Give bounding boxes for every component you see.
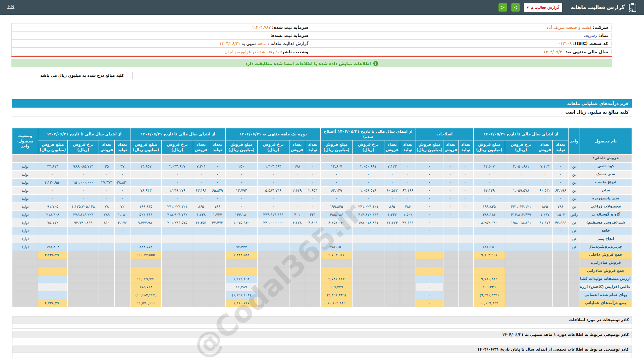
empty-cell bbox=[115, 299, 130, 307]
total-value-cell: ۱۰۹,۳۳۹ bbox=[321, 283, 352, 291]
empty-cell bbox=[289, 275, 305, 283]
empty-cell bbox=[384, 299, 400, 307]
report-period-field: گزارش فعالیت ماهانه ۱ ماهه منتهی به ۱۴۰۴… bbox=[12, 41, 312, 46]
status-cell: تولید bbox=[12, 195, 38, 203]
value-cell: ۰ bbox=[416, 227, 443, 235]
empty-cell bbox=[305, 291, 321, 299]
status-cell: تولید bbox=[12, 219, 38, 227]
empty-cell bbox=[553, 299, 569, 307]
col-header-status: وضعیت محصول-واحد bbox=[12, 128, 38, 155]
value-cell: ۰ bbox=[458, 171, 473, 179]
value-cell: ۹۱,۷۰۵ bbox=[38, 203, 67, 211]
value-cell: ۰ bbox=[443, 187, 459, 195]
language-switch-en[interactable]: EN bbox=[7, 4, 14, 9]
value-cell: ۴۶,۳۵۱ bbox=[193, 219, 209, 227]
empty-cell bbox=[115, 251, 130, 259]
total-value-cell: ۱۱,۰۲۷,۵۵۵ bbox=[130, 251, 162, 259]
registered-capital-label: سرمایه ثبت شده: bbox=[272, 25, 308, 30]
value-cell: ۰ bbox=[130, 171, 162, 179]
value-cell: ۰ bbox=[67, 227, 99, 235]
report-type-dropdown-label: گزارش فعالیت م bbox=[531, 5, 559, 10]
total-row: جمع درآمدهای عملیاتی۱۰,۱۰۹,۸۴۹۰۱۰,۱۰۹,۸۴… bbox=[12, 299, 632, 307]
value-cell: ۰ bbox=[505, 195, 537, 203]
symbol-value: زشریف bbox=[584, 33, 597, 38]
empty-cell bbox=[443, 291, 459, 299]
value-cell: ۷۸,۹۴۳ bbox=[130, 187, 162, 195]
value-cell: ۱,۵۰۲ bbox=[400, 211, 416, 219]
fiscal-year-field: سال مالی منتهی به: ۱۴۰۴/۰۹/۳۰ bbox=[312, 49, 612, 54]
form-title: فرم درآمدهای عملیاتی ماهانه bbox=[12, 99, 632, 108]
value-cell: ۰ bbox=[289, 243, 305, 251]
empty-cell bbox=[400, 267, 416, 275]
empty-cell bbox=[257, 267, 289, 275]
empty-cell bbox=[569, 283, 580, 291]
empty-cell bbox=[305, 267, 321, 275]
value-cell: ۴,۶۷۸ bbox=[289, 219, 305, 227]
empty-cell bbox=[209, 299, 226, 307]
product-name-cell: انواع پنیر bbox=[580, 235, 632, 243]
prev-report-button[interactable]: < bbox=[498, 3, 507, 12]
value-cell: ۰ bbox=[553, 235, 569, 243]
empty-cell bbox=[352, 291, 384, 299]
value-cell: ۷۸۶ bbox=[553, 203, 569, 211]
value-cell: ۰ bbox=[305, 243, 321, 251]
value-cell: ۲,۶۴۹ bbox=[289, 187, 305, 195]
report-type-dropdown[interactable]: گزارش فعالیت م ▼ bbox=[524, 3, 562, 12]
empty-cell bbox=[257, 283, 289, 291]
empty-cell bbox=[226, 259, 257, 267]
empty-cell bbox=[569, 259, 580, 267]
value-cell: ۰ bbox=[226, 179, 257, 187]
total-value-cell: ۰ bbox=[416, 275, 443, 283]
value-cell: ۴,۱۲۰,۹۵۰ bbox=[38, 179, 67, 187]
value-cell: ۷,۱۲۳ bbox=[537, 163, 553, 171]
signed-info-text: اطلاعات نمایش داده شده با اطلاعات امضا ش… bbox=[245, 61, 371, 66]
value-cell: ۱,۵۰۲ bbox=[553, 211, 569, 219]
empty-cell bbox=[569, 299, 580, 307]
value-cell: ۰ bbox=[553, 163, 569, 171]
empty-cell bbox=[505, 283, 537, 291]
status-cell: تولید bbox=[12, 171, 38, 179]
value-cell: ۶۴,۱۴۹ bbox=[473, 187, 505, 195]
col-sub-header: تعداد فروش bbox=[99, 140, 115, 155]
empty-cell bbox=[99, 275, 115, 283]
value-cell: ۰ bbox=[257, 235, 289, 243]
product-row: انواع ماستتن۰۰۰۰۰۰۰۰۰۰۰۰۰۰۰۰۰۰۰۲۸,۸۴۰۲۷,… bbox=[12, 179, 632, 187]
symbol-label: نماد: bbox=[598, 33, 608, 38]
value-cell: ۰ bbox=[416, 179, 443, 187]
value-cell: ۰ bbox=[400, 163, 416, 171]
next-report-button[interactable]: > bbox=[511, 3, 520, 12]
value-cell: ۶۰,۵۴۲ bbox=[384, 187, 400, 195]
total-row: خالص افزایش (کاهش) ارزش منصفانه دارائیها… bbox=[12, 283, 632, 291]
col-sub-header: تعداد تولید bbox=[305, 140, 321, 155]
total-value-cell: ۰ bbox=[226, 267, 257, 275]
total-value-cell: (۹,۴۹۱,۳۳۹) bbox=[473, 291, 505, 299]
value-cell: ۰ bbox=[305, 227, 321, 235]
empty-cell bbox=[162, 275, 193, 283]
status-cell: تولید bbox=[12, 227, 38, 235]
value-cell: ۱,۶۳۸ bbox=[193, 211, 209, 219]
info-icon: i bbox=[373, 61, 378, 66]
value-cell: ۰ bbox=[162, 235, 193, 243]
value-cell: ۰ bbox=[443, 195, 459, 203]
col-sub-header: مبلغ فروش (میلیون ریال) bbox=[321, 140, 352, 155]
value-cell: ۰ bbox=[416, 211, 443, 219]
total-value-cell: ۱۰,۱۰۹,۸۴۹ bbox=[321, 299, 352, 307]
empty-cell bbox=[162, 267, 193, 275]
empty-cell bbox=[569, 275, 580, 283]
empty-cell bbox=[38, 259, 67, 267]
empty-cell bbox=[115, 275, 130, 283]
total-value-cell: ۹,۷۰۴,۹۶۷ bbox=[321, 251, 352, 259]
value-cell: ۲,۱۷۶ bbox=[115, 219, 130, 227]
empty-cell bbox=[209, 267, 226, 275]
product-row: خامهتن۰۰۰۰۰۰۰۰۰۰۰۰۰۰۰۰۰۰۰۰۰۰۰تولید bbox=[12, 227, 632, 235]
total-value-cell: ۱۰۹,۳۳۹ bbox=[473, 283, 505, 291]
isic-field: کد صنعت (ISIC): ۰۱۲۱۰۸ bbox=[312, 41, 612, 46]
empty-cell bbox=[384, 267, 400, 275]
empty-cell bbox=[400, 259, 416, 267]
value-cell: ۴۷,۴۷۲ bbox=[209, 219, 226, 227]
empty-cell bbox=[12, 291, 38, 299]
value-cell: ۰ bbox=[553, 195, 569, 203]
isic-label: کد صنعت (ISIC): bbox=[573, 41, 608, 46]
value-cell: ۰ bbox=[553, 179, 569, 187]
value-cell: ۰ bbox=[130, 235, 162, 243]
